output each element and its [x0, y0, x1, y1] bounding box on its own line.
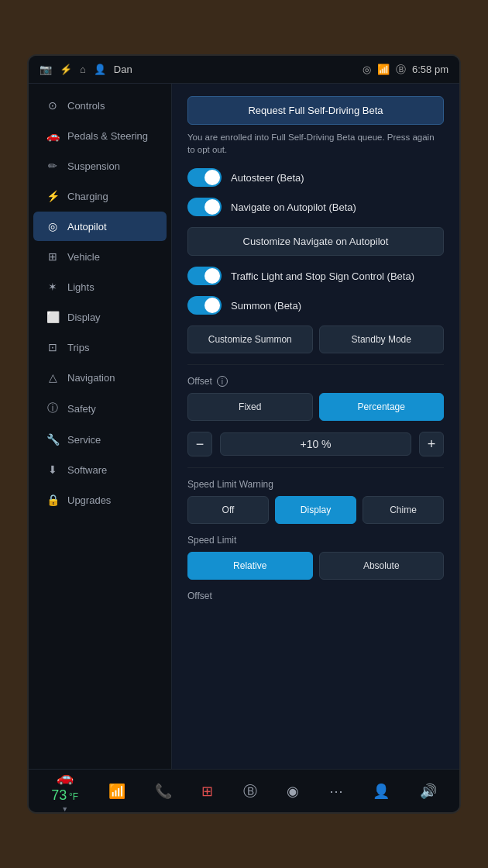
person-bottom-icon: 👤 — [373, 783, 390, 800]
upgrades-icon: 🔒 — [46, 494, 60, 506]
sidebar-label-display: Display — [67, 312, 101, 323]
sidebar-label-autopilot: Autopilot — [67, 221, 107, 232]
sidebar-label-trips: Trips — [67, 342, 89, 353]
bottom-volume-icon[interactable]: 🔊 — [420, 783, 437, 800]
summon-toggle[interactable] — [187, 296, 222, 315]
sidebar-label-upgrades: Upgrades — [67, 494, 111, 506]
grid-bottom-icon: ⊞ — [201, 783, 213, 800]
display-icon: ⬜ — [46, 311, 60, 323]
traffic-light-label: Traffic Light and Stop Sign Control (Bet… — [231, 270, 414, 282]
sidebar-item-charging[interactable]: ⚡ Charging — [33, 181, 167, 211]
standby-mode-button[interactable]: Standby Mode — [319, 326, 445, 353]
absolute-button[interactable]: Absolute — [319, 552, 445, 580]
customize-nav-button[interactable]: Customize Navigate on Autopilot — [187, 227, 444, 256]
autopilot-icon: ◎ — [46, 220, 60, 232]
percentage-button[interactable]: Percentage — [319, 393, 445, 421]
summon-row: Summon (Beta) — [187, 296, 444, 315]
sidebar-label-charging: Charging — [67, 191, 108, 202]
offset-value: +10 % — [220, 432, 411, 456]
lights-icon: ✶ — [46, 281, 60, 293]
summon-label: Summon (Beta) — [231, 300, 301, 312]
user-name: Dan — [114, 64, 132, 75]
sidebar-label-navigation: Navigation — [67, 372, 115, 384]
sidebar-item-display[interactable]: ⬜ Display — [33, 302, 167, 332]
sidebar-item-safety[interactable]: ⓘ Safety — [33, 393, 167, 424]
trips-icon: ⊡ — [46, 341, 60, 353]
pedals-icon: 🚗 — [46, 129, 60, 142]
content-area: Request Full Self-Driving Beta You are e… — [172, 84, 459, 769]
divider-2 — [187, 467, 444, 468]
location-status-icon: ◎ — [363, 64, 371, 75]
traffic-light-toggle[interactable] — [187, 267, 222, 285]
safety-icon: ⓘ — [46, 401, 60, 415]
sidebar-item-service[interactable]: 🔧 Service — [33, 425, 167, 454]
bottom-person-icon[interactable]: 👤 — [373, 783, 390, 800]
speed-limit-warning-title: Speed Limit Warning — [187, 479, 444, 490]
sidebar-label-pedals: Pedals & Steering — [67, 130, 148, 142]
sidebar-label-controls: Controls — [67, 100, 105, 112]
summon-button-group: Customize Summon Standby Mode — [187, 326, 444, 353]
bolt-status-icon: ⚡ — [60, 64, 72, 75]
warning-off-button[interactable]: Off — [187, 496, 269, 524]
bottom-bluetooth-icon[interactable]: Ⓑ — [243, 782, 257, 801]
fsd-button[interactable]: Request Full Self-Driving Beta — [187, 96, 444, 125]
sidebar-label-software: Software — [67, 464, 107, 476]
sidebar-item-software[interactable]: ⬇ Software — [33, 455, 167, 484]
sidebar-item-vehicle[interactable]: ⊞ Vehicle — [33, 242, 167, 271]
autosteer-toggle[interactable] — [187, 168, 222, 187]
charging-icon: ⚡ — [46, 190, 60, 202]
sidebar-item-autopilot[interactable]: ◎ Autopilot — [33, 212, 167, 241]
sidebar-label-suspension: Suspension — [67, 160, 120, 172]
relative-button[interactable]: Relative — [187, 552, 313, 580]
offset-minus-button[interactable]: − — [187, 432, 212, 456]
vehicle-icon: ⊞ — [46, 250, 60, 263]
signal-bottom-icon: 📶 — [108, 783, 125, 800]
offset-info-icon[interactable]: i — [217, 376, 228, 387]
sidebar-item-controls[interactable]: ⊙ Controls — [33, 91, 167, 120]
offset-title: Offset i — [187, 376, 444, 387]
sidebar-item-suspension[interactable]: ✏ Suspension — [33, 151, 167, 181]
camera-status-icon: 📷 — [40, 64, 52, 75]
sidebar-label-lights: Lights — [67, 281, 95, 293]
sidebar-item-navigation[interactable]: △ Navigation — [33, 363, 167, 392]
phone-bottom-icon: 📞 — [155, 783, 172, 800]
customize-summon-button[interactable]: Customize Summon — [187, 326, 313, 353]
offset-plus-button[interactable]: + — [419, 432, 444, 456]
traffic-light-row: Traffic Light and Stop Sign Control (Bet… — [187, 267, 444, 285]
warning-chime-button[interactable]: Chime — [363, 496, 444, 524]
wifi-status-icon: 📶 — [377, 64, 390, 75]
sidebar-item-upgrades[interactable]: 🔒 Upgrades — [33, 485, 167, 515]
bottom-menu-icon[interactable]: ⋯ — [329, 783, 343, 800]
offset2-title: Offset — [187, 591, 444, 601]
speed-limit-title: Speed Limit — [187, 535, 444, 546]
home-status-icon: ⌂ — [80, 64, 86, 75]
bt-bottom-icon: Ⓑ — [243, 782, 257, 801]
car-bottom-icon: 🚗 — [57, 769, 74, 786]
clock: 6:58 pm — [412, 64, 448, 75]
warning-display-button[interactable]: Display — [275, 496, 356, 524]
sidebar-item-lights[interactable]: ✶ Lights — [33, 272, 167, 301]
bottom-phone-icon[interactable]: 📞 — [155, 783, 172, 800]
bottom-bars-icon[interactable]: 📶 — [108, 783, 125, 800]
bottom-camera-icon[interactable]: ◉ — [287, 783, 299, 800]
sidebar-item-trips[interactable]: ⊡ Trips — [33, 332, 167, 362]
sidebar-item-pedals[interactable]: 🚗 Pedals & Steering — [33, 121, 167, 150]
navigation-icon: △ — [46, 371, 60, 384]
divider-1 — [187, 364, 444, 365]
bottom-bar: 🚗 73 °F ▼ 📶 📞 ⊞ Ⓑ ◉ ⋯ 👤 🔊 — [29, 769, 459, 812]
bottom-grid-icon[interactable]: ⊞ — [201, 783, 213, 800]
sidebar: ⊙ Controls 🚗 Pedals & Steering ✏ Suspens… — [29, 84, 172, 769]
bottom-temp-chevron: ▼ — [61, 805, 68, 813]
nav-autopilot-toggle[interactable] — [187, 198, 222, 216]
suspension-icon: ✏ — [46, 160, 60, 172]
offset-control: − +10 % + — [187, 432, 444, 456]
fixed-button[interactable]: Fixed — [187, 393, 313, 421]
bottom-car-icon[interactable]: 🚗 73 °F ▼ — [51, 769, 78, 813]
nav-autopilot-row: Navigate on Autopilot (Beta) — [187, 198, 444, 216]
autosteer-row: Autosteer (Beta) — [187, 168, 444, 187]
status-left: 📷 ⚡ ⌂ 👤 Dan — [40, 64, 132, 75]
service-icon: 🔧 — [46, 433, 60, 446]
status-bar: 📷 ⚡ ⌂ 👤 Dan ◎ 📶 Ⓑ 6:58 pm — [29, 56, 459, 84]
user-status-icon: 👤 — [94, 64, 106, 75]
bottom-temp: 73 °F — [51, 787, 78, 804]
